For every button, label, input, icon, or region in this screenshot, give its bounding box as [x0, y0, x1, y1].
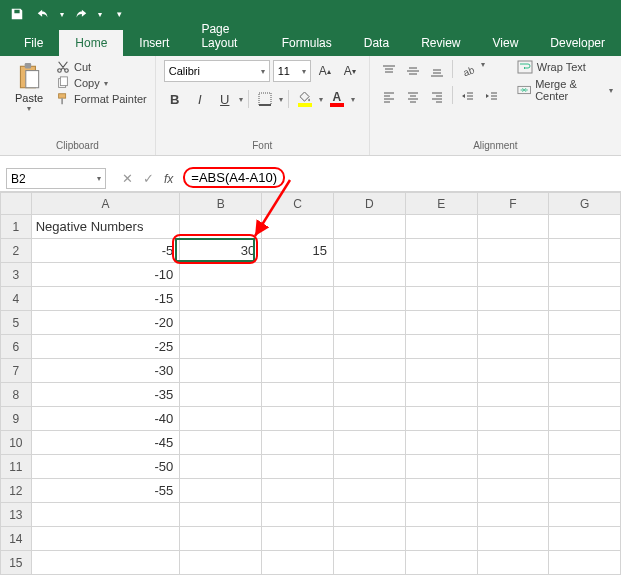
col-header-A[interactable]: A	[31, 193, 180, 215]
cell[interactable]: -5	[31, 239, 180, 263]
tab-page-layout[interactable]: Page Layout	[185, 16, 265, 56]
cell[interactable]	[262, 311, 334, 335]
row-header[interactable]: 6	[1, 335, 32, 359]
cell[interactable]	[180, 455, 262, 479]
cell[interactable]	[477, 215, 549, 239]
cell[interactable]	[180, 527, 262, 551]
cell[interactable]	[262, 479, 334, 503]
cell[interactable]	[180, 263, 262, 287]
cell[interactable]	[180, 407, 262, 431]
cell[interactable]	[334, 407, 406, 431]
cell[interactable]	[334, 263, 406, 287]
cell[interactable]: -45	[31, 431, 180, 455]
formula-input[interactable]: =ABS(A4-A10)	[183, 166, 621, 191]
cell[interactable]: -35	[31, 383, 180, 407]
cell[interactable]	[262, 287, 334, 311]
cell[interactable]	[477, 311, 549, 335]
cell[interactable]	[405, 359, 477, 383]
fill-color-button[interactable]	[294, 88, 316, 110]
cell[interactable]	[477, 287, 549, 311]
increase-indent-icon[interactable]	[481, 86, 503, 108]
cell[interactable]	[262, 215, 334, 239]
cell[interactable]	[334, 239, 406, 263]
cell[interactable]	[31, 551, 180, 575]
cut-button[interactable]: Cut	[56, 60, 147, 74]
qat-customize-icon[interactable]: ▾	[106, 2, 132, 26]
cell[interactable]	[262, 407, 334, 431]
cell[interactable]	[334, 551, 406, 575]
cell[interactable]	[549, 407, 621, 431]
tab-data[interactable]: Data	[348, 30, 405, 56]
cell[interactable]	[405, 263, 477, 287]
cell[interactable]	[549, 311, 621, 335]
cell[interactable]	[549, 503, 621, 527]
cell[interactable]: 30	[180, 239, 262, 263]
cell[interactable]	[549, 263, 621, 287]
cell[interactable]: -15	[31, 287, 180, 311]
cell[interactable]	[262, 263, 334, 287]
cell[interactable]	[477, 407, 549, 431]
paste-dropdown-icon[interactable]: ▾	[27, 104, 31, 113]
copy-dropdown-icon[interactable]: ▾	[104, 79, 108, 88]
cell[interactable]	[334, 335, 406, 359]
cell[interactable]	[31, 503, 180, 527]
align-top-icon[interactable]	[378, 60, 400, 82]
cell[interactable]	[180, 359, 262, 383]
cell[interactable]	[180, 479, 262, 503]
increase-font-icon[interactable]: A▴	[314, 60, 336, 82]
cell[interactable]	[477, 479, 549, 503]
underline-dropdown-icon[interactable]: ▾	[239, 95, 243, 104]
cell[interactable]	[334, 503, 406, 527]
cell[interactable]	[334, 215, 406, 239]
cancel-formula-icon[interactable]: ✕	[122, 171, 133, 186]
cell[interactable]	[477, 503, 549, 527]
cell[interactable]	[334, 287, 406, 311]
row-header[interactable]: 1	[1, 215, 32, 239]
cell[interactable]	[180, 431, 262, 455]
row-header[interactable]: 8	[1, 383, 32, 407]
cell[interactable]	[405, 383, 477, 407]
cell[interactable]	[262, 551, 334, 575]
wrap-text-button[interactable]: Wrap Text	[517, 60, 613, 74]
row-header[interactable]: 13	[1, 503, 32, 527]
cell[interactable]	[405, 407, 477, 431]
row-header[interactable]: 5	[1, 311, 32, 335]
row-header[interactable]: 2	[1, 239, 32, 263]
cell[interactable]	[477, 335, 549, 359]
borders-button[interactable]	[254, 88, 276, 110]
cell[interactable]	[477, 383, 549, 407]
col-header-E[interactable]: E	[405, 193, 477, 215]
cell[interactable]	[262, 431, 334, 455]
cell[interactable]	[549, 335, 621, 359]
tab-review[interactable]: Review	[405, 30, 476, 56]
cell[interactable]: -40	[31, 407, 180, 431]
cell[interactable]	[549, 239, 621, 263]
cell[interactable]	[477, 263, 549, 287]
cell[interactable]	[405, 239, 477, 263]
cell[interactable]	[549, 551, 621, 575]
redo-icon[interactable]	[68, 2, 94, 26]
merge-dropdown-icon[interactable]: ▾	[609, 86, 613, 95]
row-header[interactable]: 9	[1, 407, 32, 431]
cell[interactable]	[549, 215, 621, 239]
cell[interactable]	[405, 503, 477, 527]
cell[interactable]	[180, 503, 262, 527]
cell[interactable]	[477, 527, 549, 551]
cell[interactable]	[549, 287, 621, 311]
cell[interactable]	[334, 359, 406, 383]
cell[interactable]: -30	[31, 359, 180, 383]
cell[interactable]	[180, 287, 262, 311]
cell[interactable]: 15	[262, 239, 334, 263]
cell[interactable]	[262, 383, 334, 407]
cell[interactable]	[549, 527, 621, 551]
format-painter-button[interactable]: Format Painter	[56, 92, 147, 106]
cell[interactable]: -50	[31, 455, 180, 479]
cell[interactable]	[262, 359, 334, 383]
tab-home[interactable]: Home	[59, 30, 123, 56]
cell[interactable]: -25	[31, 335, 180, 359]
row-header[interactable]: 11	[1, 455, 32, 479]
cell[interactable]	[180, 551, 262, 575]
col-header-C[interactable]: C	[262, 193, 334, 215]
fill-dropdown-icon[interactable]: ▾	[319, 95, 323, 104]
cell[interactable]	[334, 455, 406, 479]
